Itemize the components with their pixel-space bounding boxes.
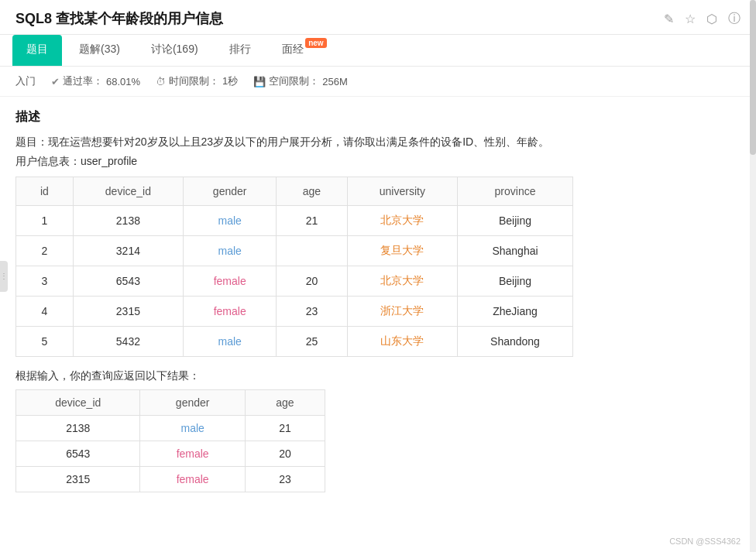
- cell-id: 5: [16, 326, 74, 356]
- watermark: CSDN @SSS4362: [669, 537, 741, 546]
- res-cell-age: 20: [245, 441, 325, 466]
- star-icon[interactable]: ☆: [685, 12, 696, 26]
- header: SQL8 查找某个年龄段的用户信息 ✎ ☆ ⬡ ⓘ: [0, 0, 756, 35]
- cell-age: 25: [277, 326, 347, 356]
- res-cell-gender: male: [140, 415, 245, 441]
- description-text: 题目：现在运营想要针对20岁及以上且23岁及以下的用户展开分析，请你取出满足条件…: [15, 133, 741, 152]
- cell-age: 23: [277, 296, 347, 326]
- space-limit-value: 256M: [322, 76, 348, 87]
- cell-university[interactable]: 山东大学: [347, 326, 457, 356]
- time-limit-value: 1秒: [222, 74, 238, 88]
- scrollbar-thumb[interactable]: [750, 0, 756, 155]
- time-limit-item: ⏱ 时间限制： 1秒: [156, 74, 238, 88]
- table-row: 4 2315 female 23 浙江大学 ZheJiang: [16, 296, 573, 326]
- tab-ranking[interactable]: 排行: [215, 35, 265, 66]
- table-row: 3 6543 female 20 北京大学 Beijing: [16, 266, 573, 296]
- tab-solutions[interactable]: 题解(33): [65, 35, 134, 66]
- res-cell-device-id: 6543: [16, 441, 140, 466]
- table-row: 5 5432 male 25 山东大学 Shandong: [16, 326, 573, 356]
- cell-device-id: 2315: [73, 296, 183, 326]
- pass-rate-value: 68.01%: [106, 76, 140, 87]
- space-limit-item: 💾 空间限制： 256M: [253, 74, 348, 88]
- cell-gender: female: [184, 296, 277, 326]
- section-title: 描述: [15, 109, 741, 125]
- res-cell-device-id: 2315: [16, 466, 140, 492]
- cell-device-id: 2138: [73, 205, 183, 235]
- cell-university[interactable]: 北京大学: [347, 205, 457, 235]
- tab-problem[interactable]: 题目: [12, 35, 62, 66]
- cell-province: ZheJiang: [457, 296, 572, 326]
- res-col-age: age: [245, 389, 325, 415]
- table-row: 2315 female 23: [16, 466, 325, 492]
- res-cell-device-id: 2138: [16, 415, 140, 441]
- time-limit-label: 时间限制：: [169, 74, 219, 88]
- edit-icon[interactable]: ✎: [664, 12, 674, 26]
- cell-gender: female: [184, 266, 277, 296]
- header-icons: ✎ ☆ ⬡ ⓘ: [664, 11, 741, 27]
- col-age: age: [277, 177, 347, 205]
- res-cell-gender: female: [140, 466, 245, 492]
- clock-icon: ⏱: [156, 76, 166, 87]
- space-limit-label: 空间限制：: [269, 74, 319, 88]
- check-circle-icon: ✔: [51, 76, 60, 87]
- result-table: device_id gender age 2138 male 21 6543 f…: [15, 389, 325, 492]
- meta-bar: 入门 ✔ 通过率： 68.01% ⏱ 时间限制： 1秒 💾 空间限制： 256M: [0, 67, 756, 97]
- share-icon[interactable]: ⬡: [706, 12, 717, 26]
- info-icon[interactable]: ⓘ: [728, 11, 741, 27]
- cell-university[interactable]: 北京大学: [347, 266, 457, 296]
- pass-rate-label: 通过率：: [63, 74, 103, 88]
- col-university: university: [347, 177, 457, 205]
- cell-device-id: 3214: [73, 235, 183, 266]
- res-cell-gender: female: [140, 441, 245, 466]
- new-badge: new: [305, 38, 326, 48]
- cell-university[interactable]: 复旦大学: [347, 235, 457, 266]
- res-col-device-id: device_id: [16, 389, 140, 415]
- cell-device-id: 6543: [73, 266, 183, 296]
- res-cell-age: 23: [245, 466, 325, 492]
- scrollbar-track[interactable]: [750, 0, 756, 552]
- cell-gender: male: [184, 326, 277, 356]
- pass-rate-item: ✔ 通过率： 68.01%: [51, 74, 140, 88]
- table-row: 1 2138 male 21 北京大学 Beijing: [16, 205, 573, 235]
- page-title: SQL8 查找某个年龄段的用户信息: [15, 9, 223, 28]
- cell-id: 3: [16, 266, 74, 296]
- res-col-gender: gender: [140, 389, 245, 415]
- cell-gender: male: [184, 205, 277, 235]
- difficulty-level: 入门: [15, 74, 36, 88]
- tab-discussion[interactable]: 讨论(169): [137, 35, 212, 66]
- res-cell-age: 21: [245, 415, 325, 441]
- table-label: 用户信息表：user_profile: [15, 155, 741, 169]
- cell-age: [277, 235, 347, 266]
- cell-id: 2: [16, 235, 74, 266]
- cell-province: Beijing: [457, 205, 572, 235]
- main-content: 描述 题目：现在运营想要针对20岁及以上且23岁及以下的用户展开分析，请你取出满…: [0, 97, 756, 552]
- col-province: province: [457, 177, 572, 205]
- table-row: 2138 male 21: [16, 415, 325, 441]
- cell-age: 21: [277, 205, 347, 235]
- tabs-bar: 题目 题解(33) 讨论(169) 排行 面经 new: [0, 35, 756, 67]
- col-id: id: [16, 177, 74, 205]
- cell-university[interactable]: 浙江大学: [347, 296, 457, 326]
- user-profile-table: id device_id gender age university provi…: [15, 177, 573, 357]
- cell-id: 1: [16, 205, 74, 235]
- cell-province: Shanghai: [457, 235, 572, 266]
- cell-gender: male: [184, 235, 277, 266]
- page-wrapper: SQL8 查找某个年龄段的用户信息 ✎ ☆ ⬡ ⓘ 题目 题解(33) 讨论(1…: [0, 0, 756, 552]
- chevron-icon: ⋮: [0, 272, 8, 280]
- col-gender: gender: [184, 177, 277, 205]
- cell-id: 4: [16, 296, 74, 326]
- cell-province: Shandong: [457, 326, 572, 356]
- table-row: 2 3214 male 复旦大学 Shanghai: [16, 235, 573, 266]
- col-device-id: device_id: [73, 177, 183, 205]
- result-label: 根据输入，你的查询应返回以下结果：: [15, 369, 741, 383]
- sidebar-collapse-handle[interactable]: ⋮: [0, 261, 8, 292]
- cell-device-id: 5432: [73, 326, 183, 356]
- cell-province: Beijing: [457, 266, 572, 296]
- storage-icon: 💾: [253, 76, 266, 87]
- cell-age: 20: [277, 266, 347, 296]
- table-row: 6543 female 20: [16, 441, 325, 466]
- tab-interview[interactable]: 面经 new: [268, 35, 328, 66]
